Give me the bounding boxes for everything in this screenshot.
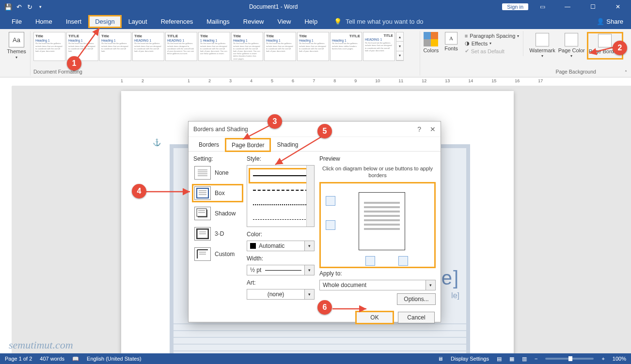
preview-bottom-border-button[interactable] xyxy=(326,220,335,230)
art-dropdown[interactable]: (none)▾ xyxy=(247,289,315,300)
status-display-settings[interactable]: Display Settings xyxy=(451,356,489,362)
watermark-button[interactable]: Watermark▾ xyxy=(529,33,555,59)
tab-insert[interactable]: Insert xyxy=(59,15,89,28)
status-page[interactable]: Page 1 of 2 xyxy=(5,356,32,362)
collapse-ribbon-icon[interactable]: ˄ xyxy=(625,70,627,75)
view-read-icon[interactable]: ▤ xyxy=(497,356,502,362)
title-placeholder[interactable]: e] xyxy=(442,267,459,289)
annotation-2: 2 xyxy=(613,41,627,55)
style-list[interactable] xyxy=(247,165,315,227)
width-dropdown[interactable]: ½ pt▾ xyxy=(247,265,315,275)
display-settings-icon[interactable]: 🖥 xyxy=(438,356,443,362)
scroll-down-icon[interactable]: ▾ xyxy=(396,42,403,51)
tab-borders[interactable]: Borders xyxy=(192,138,225,151)
style-set-thumb[interactable]: TitleHeading 1On the Insert tab the gall… xyxy=(231,32,263,61)
subtitle-placeholder[interactable]: le] xyxy=(451,291,459,300)
vertical-ruler[interactable] xyxy=(2,86,12,353)
minimize-icon[interactable]: — xyxy=(556,0,579,14)
style-set-thumb[interactable]: TITLEHeading 1On the Insert tab the gall… xyxy=(330,32,362,61)
zoom-out-icon[interactable]: − xyxy=(535,356,537,362)
close-dialog-icon[interactable]: ✕ xyxy=(430,125,436,133)
tab-references[interactable]: References xyxy=(154,15,200,28)
style-dashed[interactable] xyxy=(250,213,311,226)
preview-page[interactable] xyxy=(359,192,405,250)
style-set-thumb[interactable]: Title1 Heading 1On the insert tab the ga… xyxy=(198,32,230,61)
ok-button[interactable]: OK xyxy=(356,312,393,323)
colors-button[interactable]: Colors xyxy=(420,31,442,54)
tab-help[interactable]: Help xyxy=(298,15,324,28)
tab-layout[interactable]: Layout xyxy=(122,15,154,28)
borders-and-shading-dialog: Borders and Shading ? ✕ Borders Page Bor… xyxy=(188,121,441,322)
paragraph-spacing-button[interactable]: ≡Paragraph Spacing▾ xyxy=(465,33,520,39)
effects-button[interactable]: ◑Effects▾ xyxy=(465,40,520,46)
tab-home[interactable]: Home xyxy=(29,15,59,28)
tab-review[interactable]: Review xyxy=(237,15,271,28)
zoom-in-icon[interactable]: + xyxy=(601,356,604,362)
svg-rect-11 xyxy=(198,212,205,213)
themes-button[interactable]: Aa Themes ▾ xyxy=(6,32,27,60)
setting-shadow[interactable]: Shadow xyxy=(193,206,242,221)
tab-shading[interactable]: Shading xyxy=(270,138,304,151)
page-color-button[interactable]: Page Color▾ xyxy=(558,33,585,59)
style-dotted[interactable] xyxy=(250,198,311,211)
chevron-down-icon: ▾ xyxy=(426,280,436,290)
options-button[interactable]: Options... xyxy=(397,293,436,305)
undo-icon[interactable]: ↶ xyxy=(15,2,23,11)
cancel-button[interactable]: Cancel xyxy=(398,312,435,323)
gallery-scroll[interactable]: ▴▾▾ xyxy=(396,32,404,61)
share-button[interactable]: 👤 Share xyxy=(597,18,626,25)
setting-custom[interactable]: Custom xyxy=(193,246,242,262)
apply-to-dropdown[interactable]: Whole document▾ xyxy=(319,280,436,290)
tab-page-border[interactable]: Page Border xyxy=(225,138,270,152)
color-dropdown[interactable]: Automatic▾ xyxy=(247,241,315,251)
style-set-thumb[interactable]: TitleHeading 1On the Insert tab the gall… xyxy=(264,32,296,61)
scroll-up-icon[interactable]: ▴ xyxy=(396,32,403,42)
zoom-slider[interactable] xyxy=(545,358,594,360)
style-scrollbar[interactable] xyxy=(306,166,314,227)
qat-more-icon[interactable]: ▾ xyxy=(36,2,45,11)
style-solid[interactable] xyxy=(250,169,311,182)
close-icon[interactable]: ✕ xyxy=(607,0,629,14)
fonts-button[interactable]: A Fonts xyxy=(442,31,461,52)
style-set-thumb[interactable]: TitleHeading 1On the Insert tab the gall… xyxy=(33,32,65,61)
tab-view[interactable]: View xyxy=(270,15,298,28)
gallery-more-icon[interactable]: ▾ xyxy=(396,51,403,61)
view-print-icon[interactable]: ▦ xyxy=(509,356,514,362)
preview-right-border-button[interactable] xyxy=(398,256,408,266)
view-web-icon[interactable]: ▥ xyxy=(522,356,527,362)
help-icon[interactable]: ? xyxy=(417,125,421,133)
save-icon[interactable]: 💾 xyxy=(4,2,13,11)
dialog-title: Borders and Shading xyxy=(193,126,248,133)
preview-top-border-button[interactable] xyxy=(326,196,335,206)
style-dashed-wide[interactable] xyxy=(250,184,311,197)
colors-icon xyxy=(424,32,438,46)
tab-design[interactable]: Design xyxy=(88,15,121,28)
style-set-thumb[interactable]: TITLEHEADING 1On the Insert tab the gall… xyxy=(165,32,197,61)
setting-3d[interactable]: 3-D xyxy=(193,226,242,242)
tab-file[interactable]: File xyxy=(5,15,29,28)
ribbon-display-icon[interactable]: ▭ xyxy=(531,0,553,14)
style-set-thumb[interactable]: TitleHeading 1On the Insert tab the gall… xyxy=(99,32,131,61)
maximize-icon[interactable]: ☐ xyxy=(582,0,604,14)
svg-rect-17 xyxy=(199,252,206,253)
style-set-thumb[interactable]: TitleHEADING 1On the Insert tab the gall… xyxy=(132,32,164,61)
preview-left-border-button[interactable] xyxy=(365,256,375,266)
set-default-button[interactable]: ✔Set as Default xyxy=(465,48,520,54)
setting-none[interactable]: None xyxy=(193,165,242,181)
status-zoom[interactable]: 100% xyxy=(613,356,626,362)
tab-mailings[interactable]: Mailings xyxy=(200,15,237,28)
setting-box[interactable]: Box xyxy=(193,185,242,201)
themes-icon: Aa xyxy=(9,32,24,47)
style-set-thumb[interactable]: TitleHeading 1On the Insert tab the gall… xyxy=(297,32,329,61)
style-set-thumb[interactable]: TITLEHEADING 1On the Insert tab the gall… xyxy=(363,32,395,61)
sign-in-button[interactable]: Sign in xyxy=(502,3,528,10)
status-language[interactable]: English (United States) xyxy=(87,356,142,362)
status-words[interactable]: 407 words xyxy=(40,356,64,362)
horizontal-ruler[interactable]: 121234567891011121314151617 xyxy=(12,77,631,86)
tell-me-search[interactable]: 💡 Tell me what you want to do xyxy=(324,18,597,25)
document-formatting-gallery[interactable]: TitleHeading 1On the Insert tab the gall… xyxy=(33,32,395,61)
redo-icon[interactable]: ↻ xyxy=(25,2,34,11)
svg-rect-3 xyxy=(198,175,207,176)
watermark-site: semutimut.com xyxy=(9,339,73,351)
spell-check-icon[interactable]: 📖 xyxy=(72,356,79,362)
